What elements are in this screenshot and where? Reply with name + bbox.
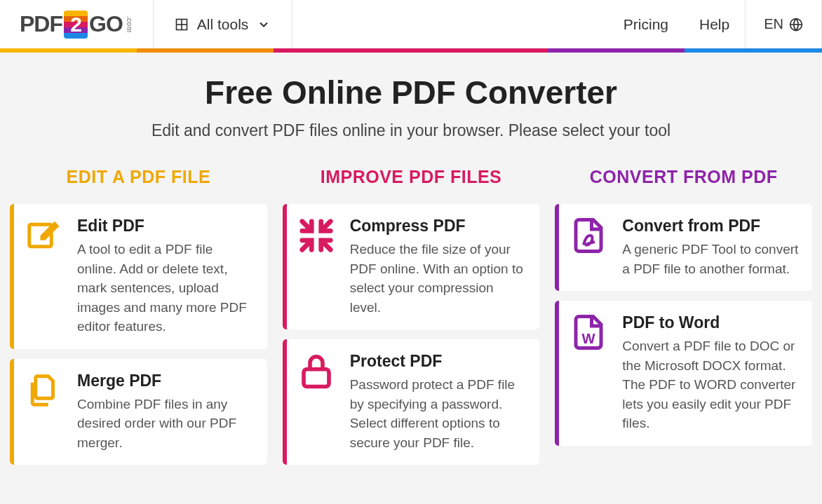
all-tools-label: All tools <box>197 16 249 33</box>
compress-icon <box>295 217 337 259</box>
lock-icon <box>295 352 337 394</box>
card-compress-pdf[interactable]: Compress PDF Reduce the file size of you… <box>283 204 540 329</box>
edit-icon <box>22 217 65 259</box>
card-title: Convert from PDF <box>622 217 800 236</box>
card-desc: Password protect a PDF file by specifyin… <box>350 375 527 452</box>
card-title: Compress PDF <box>350 217 527 236</box>
svg-text:W: W <box>582 331 596 346</box>
page-title: Free Online PDF Converter <box>14 74 808 111</box>
page-subtitle: Edit and convert PDF files online in you… <box>14 121 808 140</box>
globe-icon <box>789 18 803 32</box>
card-title: PDF to Word <box>622 313 800 332</box>
logo-text-go: GO <box>89 11 123 37</box>
language-label: EN <box>764 16 783 32</box>
column-edit: EDIT A PDF FILE Edit PDF A tool to edit … <box>10 167 267 465</box>
card-pdf-to-word[interactable]: W PDF to Word Convert a PDF file to DOC … <box>555 301 812 446</box>
hero: Free Online PDF Converter Edit and conve… <box>0 53 822 154</box>
language-selector[interactable]: EN <box>745 0 822 48</box>
column-title-improve: IMPROVE PDF FILES <box>283 167 540 187</box>
column-convert: CONVERT FROM PDF Convert from PDF A gene… <box>555 167 812 465</box>
card-title: Protect PDF <box>350 352 527 371</box>
logo-two-box: 2 <box>64 11 88 39</box>
tool-columns: EDIT A PDF FILE Edit PDF A tool to edit … <box>0 154 822 479</box>
all-tools-dropdown[interactable]: All tools <box>154 0 292 48</box>
card-merge-pdf[interactable]: Merge PDF Combine PDF files in any desir… <box>10 359 267 465</box>
card-desc: A generic PDF Tool to convert a PDF file… <box>622 240 800 278</box>
logo[interactable]: PDF 2 GO .com <box>0 0 153 48</box>
divider <box>292 0 292 48</box>
merge-icon <box>22 372 65 414</box>
pdf-icon <box>567 217 609 259</box>
card-title: Merge PDF <box>77 372 255 390</box>
column-improve: IMPROVE PDF FILES Compress PDF Reduce th… <box>283 167 540 465</box>
card-convert-from-pdf[interactable]: Convert from PDF A generic PDF Tool to c… <box>555 204 812 291</box>
column-title-edit: EDIT A PDF FILE <box>10 167 267 187</box>
help-link[interactable]: Help <box>684 0 745 48</box>
chevron-down-icon <box>257 18 271 32</box>
card-protect-pdf[interactable]: Protect PDF Password protect a PDF file … <box>283 339 540 465</box>
grid-icon <box>175 18 189 32</box>
card-title: Edit PDF <box>77 217 255 236</box>
card-desc: Reduce the file size of your PDF online.… <box>350 240 527 317</box>
svg-rect-6 <box>304 369 329 387</box>
logo-text-pdf: PDF <box>20 11 62 37</box>
card-desc: Convert a PDF file to DOC or the Microso… <box>622 336 800 433</box>
card-edit-pdf[interactable]: Edit PDF A tool to edit a PDF file onlin… <box>10 204 267 349</box>
header: PDF 2 GO .com All tools Pricing Help EN <box>0 0 822 48</box>
column-title-convert: CONVERT FROM PDF <box>555 167 812 187</box>
card-desc: A tool to edit a PDF file online. Add or… <box>77 240 255 336</box>
pricing-link[interactable]: Pricing <box>608 0 684 48</box>
word-icon: W <box>567 313 609 355</box>
card-desc: Combine PDF files in any desired order w… <box>77 395 255 453</box>
logo-text-com: .com <box>126 16 133 32</box>
